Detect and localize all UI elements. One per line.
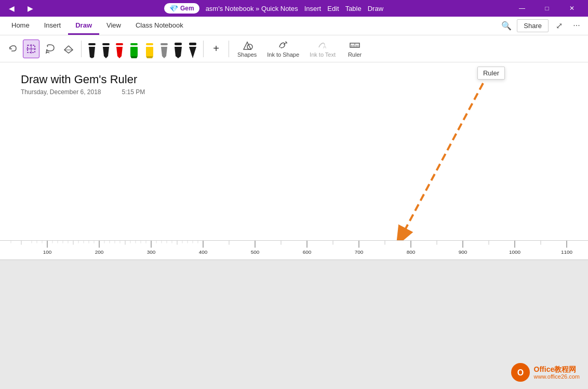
more-button[interactable]: ···: [569, 18, 584, 33]
pen-gray-felt[interactable]: [158, 40, 170, 58]
svg-marker-4: [89, 47, 95, 58]
ruler-bar: 100 200 300 400 500 600 700 800: [0, 240, 588, 260]
svg-text:500: 500: [251, 249, 260, 255]
expand-button[interactable]: ⤢: [552, 18, 566, 33]
title-bar-title: 💎 Gem asm's Notebook » Quick Notes Inser…: [37, 3, 510, 14]
svg-text:O: O: [517, 368, 523, 377]
titlebar-table[interactable]: Table: [345, 5, 362, 12]
eraser-button[interactable]: [60, 40, 77, 58]
svg-marker-8: [130, 56, 138, 58]
share-button[interactable]: Share: [517, 19, 549, 32]
office-logo-icon: O: [510, 362, 531, 383]
svg-text:900: 900: [459, 249, 467, 255]
svg-text:300: 300: [147, 249, 156, 255]
title-bar-controls: — □ ✕: [510, 0, 584, 17]
gem-button[interactable]: 💎 Gem: [164, 3, 199, 14]
pen-color-indicator: [175, 43, 182, 45]
highlighter-tip-icon: [145, 46, 154, 58]
pen-dark-cone[interactable]: [186, 40, 199, 58]
highlighter-tip-icon: [129, 46, 139, 58]
add-tool-button[interactable]: +: [208, 40, 224, 58]
ink-to-shape-button[interactable]: Ink to Shape: [263, 37, 303, 60]
search-button[interactable]: 🔍: [499, 18, 514, 33]
lasso-icon: [45, 44, 55, 54]
pen-black-felt[interactable]: [100, 40, 112, 58]
title-bar-left: ◀ ▶: [4, 1, 37, 16]
ribbon-tabs: Home Insert Draw View Class Notebook 🔍 S…: [0, 17, 588, 35]
tab-draw[interactable]: Draw: [68, 18, 99, 35]
undo-button[interactable]: [4, 40, 21, 58]
tab-view[interactable]: View: [99, 18, 128, 35]
pen-black-ballpoint[interactable]: [86, 40, 98, 58]
svg-marker-6: [116, 47, 123, 58]
office-watermark: O Office教程网 www.office26.com: [510, 362, 580, 383]
select-tool-button[interactable]: [23, 40, 39, 58]
back-button[interactable]: ◀: [4, 1, 19, 16]
svg-text:400: 400: [199, 249, 208, 255]
tab-insert[interactable]: Insert: [37, 18, 69, 35]
pen-tip-icon: [88, 46, 96, 58]
forward-button[interactable]: ▶: [23, 1, 37, 16]
separator-3: [229, 41, 229, 57]
ruler-icon: [349, 40, 360, 50]
ink-to-text-button[interactable]: A Ink to Text: [305, 37, 340, 60]
svg-marker-13: [189, 47, 196, 58]
tab-class-notebook[interactable]: Class Notebook: [128, 18, 191, 35]
pen-red-felt[interactable]: [114, 40, 125, 58]
svg-marker-11: [161, 47, 167, 58]
pen-color-indicator: [146, 43, 153, 45]
ruler-button[interactable]: Ruler: [342, 37, 368, 60]
svg-text:1000: 1000: [509, 249, 521, 255]
close-button[interactable]: ✕: [560, 0, 584, 17]
office-text: Office教程网 www.office26.com: [534, 365, 580, 380]
ruler-arrow: [400, 83, 483, 239]
pen-color-indicator: [130, 43, 138, 45]
svg-rect-9: [146, 47, 153, 56]
titlebar-edit[interactable]: Edit: [327, 5, 339, 12]
pen-yellow-highlighter[interactable]: [143, 40, 156, 58]
svg-text:200: 200: [95, 249, 104, 255]
pen-color-indicator: [102, 43, 110, 45]
ruler-svg: 100 200 300 400 500 600 700 800: [0, 241, 588, 260]
pen-dark-thick[interactable]: [172, 40, 184, 58]
pen-tip-icon: [116, 46, 123, 58]
titlebar-draw[interactable]: Draw: [368, 5, 383, 12]
svg-text:1100: 1100: [561, 249, 573, 255]
lasso-button[interactable]: [42, 40, 58, 58]
undo-icon: [8, 44, 17, 54]
pen-tip-icon: [161, 46, 168, 58]
pen-color-indicator: [189, 43, 196, 45]
separator-2: [203, 41, 204, 57]
pen-tip-icon: [174, 46, 182, 58]
pen-color-indicator: [116, 43, 123, 45]
minimize-button[interactable]: —: [510, 0, 534, 17]
title-bar: ◀ ▶ 💎 Gem asm's Notebook » Quick Notes I…: [0, 0, 588, 17]
pen-color-indicator: [161, 43, 168, 45]
select-icon: [26, 44, 36, 54]
ink-to-text-icon: A: [317, 40, 328, 50]
shapes-icon: [242, 40, 253, 50]
pen-green-highlighter[interactable]: [127, 40, 141, 58]
note-meta: Thursday, December 6, 2018 5:15 PM: [0, 88, 588, 104]
ribbon-right-actions: 🔍 Share ⤢ ···: [499, 18, 584, 35]
ruler-tooltip: Ruler: [477, 67, 505, 80]
svg-rect-24: [0, 241, 588, 260]
note-time: 5:15 PM: [122, 88, 145, 96]
svg-marker-10: [146, 56, 153, 58]
separator-1: [81, 41, 82, 57]
note-content-area: Draw with Gem's Ruler Thursday, December…: [0, 62, 588, 260]
bottom-area: [0, 260, 588, 389]
app-title: asm's Notebook » Quick Notes: [206, 5, 298, 12]
svg-marker-12: [175, 47, 182, 58]
shapes-button[interactable]: Shapes: [233, 37, 261, 60]
svg-text:600: 600: [303, 249, 312, 255]
tab-home[interactable]: Home: [4, 18, 37, 35]
maximize-button[interactable]: □: [535, 0, 559, 17]
titlebar-insert[interactable]: Insert: [304, 5, 322, 12]
svg-marker-5: [103, 47, 109, 58]
draw-toolbar: + Shapes Ink to Shape A Ink to Text: [0, 35, 588, 62]
pen-tip-icon: [102, 46, 110, 58]
eraser-icon: [63, 44, 74, 54]
main-content: Ruler Draw with Gem's Ruler Thursday, De…: [0, 62, 588, 389]
ink-to-shape-icon: [277, 40, 289, 50]
